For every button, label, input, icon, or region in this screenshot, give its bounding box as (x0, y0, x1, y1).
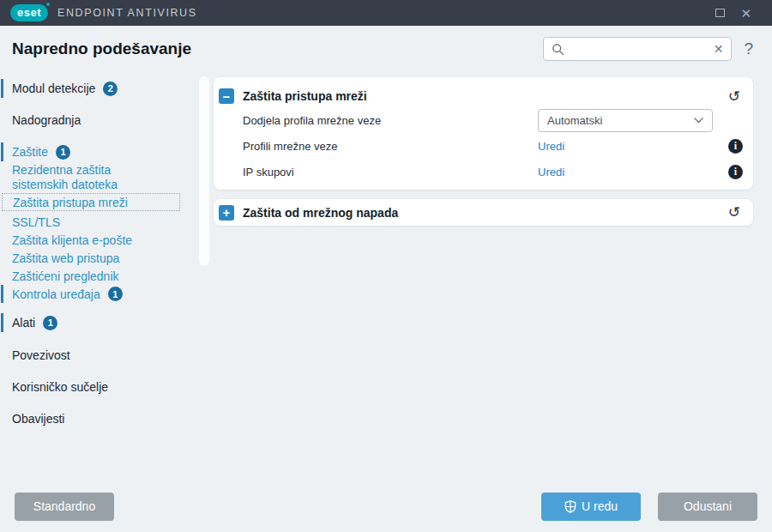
maximize-icon[interactable] (715, 9, 725, 17)
page-title: Napredno podešavanje (12, 39, 191, 58)
sidebar-item-label: Alati (12, 316, 35, 329)
sidebar-item-label: Rezidentna zaštita sistemskih datoteka (12, 163, 156, 192)
sidebar-item-zastita-pristupa-mrezi[interactable]: Zaštita pristupa mreži (2, 193, 180, 211)
section-header: − Zaštita pristupa mreži ↺ (219, 85, 743, 107)
setting-control: Uredi i (538, 139, 743, 154)
sidebar-item-ssl-tls[interactable]: SSL/TLS (0, 213, 200, 231)
footer: Standardno U redu Odustani (0, 481, 772, 532)
sidebar-item-label: Zaštite (12, 145, 48, 159)
shield-icon (564, 500, 576, 513)
sidebar-item-obavijesti[interactable]: Obavijesti (0, 409, 200, 428)
sidebar-item-modul-detekcije[interactable]: Modul detekcije 2 (0, 79, 200, 98)
close-icon[interactable]: ✕ (740, 7, 751, 20)
info-icon[interactable]: i (728, 165, 743, 179)
sidebar-item-label: Obavijesti (12, 412, 64, 426)
expand-icon[interactable]: + (219, 205, 234, 221)
section-title: Zaštita od mrežnog napada (243, 206, 398, 220)
section-zastita-pristupa-mrezi: − Zaštita pristupa mreži ↺ Dodjela profi… (214, 77, 753, 190)
accent-bar (1, 285, 3, 303)
ok-button-label: U redu (582, 499, 618, 513)
sidebar-item-label: Zaštita pristupa mreži (13, 196, 128, 209)
sidebar-scrollbar[interactable] (199, 76, 209, 266)
header-right: ✕ ? (543, 37, 753, 61)
sidebar-item-label: Nadogradnja (12, 113, 81, 127)
setting-control: Automatski (538, 109, 743, 132)
cancel-button[interactable]: Odustani (658, 493, 757, 521)
reset-to-default-icon[interactable]: ↺ (728, 205, 740, 220)
default-button-label: Standardno (33, 499, 95, 513)
profile-assignment-dropdown[interactable]: Automatski (538, 109, 713, 132)
count-badge: 1 (43, 316, 57, 330)
sidebar-item-rezidentna-zastita[interactable]: Rezidentna zaštita sistemskih datoteka (0, 163, 200, 192)
setting-row-profili-mrezne-veze: Profili mrežne veze Uredi i (219, 133, 743, 159)
setting-row-dodjela-profila: Dodjela profila mrežne veze Automatski (219, 107, 743, 133)
sidebar-item-label: Korisničko sučelje (12, 380, 108, 394)
setting-row-ip-skupovi: IP skupovi Uredi i (219, 159, 743, 184)
sidebar-item-label: Zaštićeni preglednik (12, 269, 119, 283)
sidebar-item-zastita-klijenta-eposte[interactable]: Zaštita klijenta e-pošte (0, 231, 200, 249)
eset-advanced-setup-window: eset ENDPOINT ANTIVIRUS ✕ Napredno podeš… (0, 0, 772, 532)
content: − Zaštita pristupa mreži ↺ Dodjela profi… (200, 72, 772, 481)
ok-button[interactable]: U redu (541, 493, 641, 521)
collapse-icon[interactable]: − (219, 88, 234, 104)
edit-link[interactable]: Uredi (538, 166, 564, 178)
section-title: Zaštita pristupa mreži (243, 89, 367, 103)
accent-bar (1, 142, 3, 161)
default-button[interactable]: Standardno (15, 493, 114, 521)
accent-bar (1, 313, 3, 332)
sidebar-item-label: Zaštita web pristupa (12, 251, 119, 265)
dropdown-value: Automatski (547, 114, 602, 127)
setting-label: IP skupovi (243, 166, 538, 178)
setting-label: Profili mrežne veze (243, 140, 538, 153)
sidebar-item-label: Povezivost (12, 348, 70, 362)
count-badge: 1 (108, 287, 123, 301)
help-icon[interactable]: ? (744, 39, 753, 58)
sidebar-item-kontrola-uredaja[interactable]: Kontrola uređaja 1 (0, 285, 200, 303)
info-icon[interactable]: i (728, 139, 743, 154)
sidebar-item-zasticeni-preglednik[interactable]: Zaštićeni preglednik (0, 267, 200, 285)
setting-control: Uredi i (538, 165, 743, 179)
sidebar-item-povezivost[interactable]: Povezivost (0, 346, 200, 365)
search-box[interactable]: ✕ (543, 37, 732, 61)
clear-search-icon[interactable]: ✕ (714, 42, 724, 56)
body: Modul detekcije 2 Nadogradnja Zaštite 1 … (0, 72, 772, 481)
sidebar-item-label: Kontrola uređaja (12, 287, 100, 301)
sidebar-item-zastite[interactable]: Zaštite 1 (0, 142, 200, 161)
titlebar: eset ENDPOINT ANTIVIRUS ✕ (0, 0, 772, 26)
sidebar-item-zastita-web-pristupa[interactable]: Zaštita web pristupa (0, 249, 200, 267)
setting-label: Dodjela profila mrežne veze (243, 114, 538, 127)
sidebar-item-label: SSL/TLS (12, 215, 60, 229)
search-icon (552, 43, 564, 56)
sidebar-item-label: Zaštita klijenta e-pošte (12, 233, 132, 247)
sidebar-item-alati[interactable]: Alati 1 (0, 313, 200, 332)
search-input[interactable] (570, 43, 713, 56)
accent-bar (1, 79, 3, 98)
count-badge: 1 (56, 145, 70, 160)
window-controls: ✕ (715, 7, 751, 20)
reset-to-default-icon[interactable]: ↺ (728, 89, 740, 104)
eset-logo: eset (10, 4, 48, 21)
cancel-button-label: Odustani (684, 499, 732, 513)
sidebar-item-label: Modul detekcije (12, 82, 95, 95)
sidebar-item-korisnicko-sucelje[interactable]: Korisničko sučelje (0, 378, 200, 396)
section-zastita-od-mreznog-napada: + Zaštita od mrežnog napada ↺ (214, 199, 753, 226)
edit-link[interactable]: Uredi (538, 140, 564, 153)
product-name: ENDPOINT ANTIVIRUS (57, 7, 197, 19)
chevron-down-icon (694, 118, 703, 124)
sidebar-item-nadogradnja[interactable]: Nadogradnja (0, 111, 200, 130)
header: Napredno podešavanje ✕ ? (0, 26, 772, 72)
count-badge: 2 (103, 82, 118, 96)
sidebar: Modul detekcije 2 Nadogradnja Zaštite 1 … (0, 72, 200, 481)
